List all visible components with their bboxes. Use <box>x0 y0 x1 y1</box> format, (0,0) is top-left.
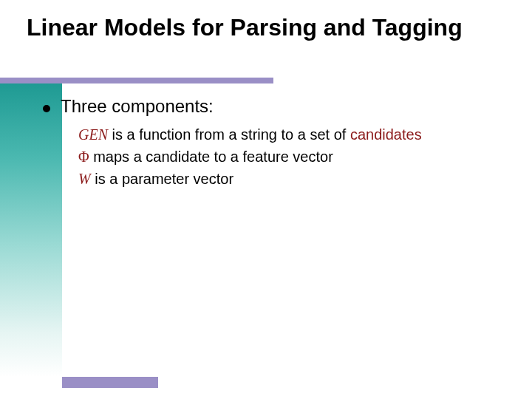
list-item: Φ maps a candidate to a feature vector <box>78 146 502 167</box>
title-underline <box>0 78 273 83</box>
item-text: maps a candidate to a feature vector <box>89 149 333 165</box>
slide: Linear Models for Parsing and Tagging Th… <box>0 0 532 399</box>
content-area: Three components: GEN is a function from… <box>43 96 502 191</box>
list-item: GEN is a function from a string to a set… <box>78 124 502 145</box>
item-text: is a function from a string to a set of <box>108 126 350 143</box>
item-text: is a parameter vector <box>91 171 233 187</box>
candidates-highlight: candidates <box>350 126 422 143</box>
slide-title: Linear Models for Parsing and Tagging <box>27 13 505 41</box>
footer-accent <box>62 377 158 388</box>
bullet-icon <box>43 105 50 112</box>
w-symbol: W <box>78 171 91 187</box>
phi-symbol: Φ <box>78 149 89 165</box>
list-item: W is a parameter vector <box>78 168 502 189</box>
bullet-label: Three components: <box>61 96 214 117</box>
sub-list: GEN is a function from a string to a set… <box>78 124 502 189</box>
bullet-row: Three components: <box>43 96 502 117</box>
gen-symbol: GEN <box>78 126 108 143</box>
